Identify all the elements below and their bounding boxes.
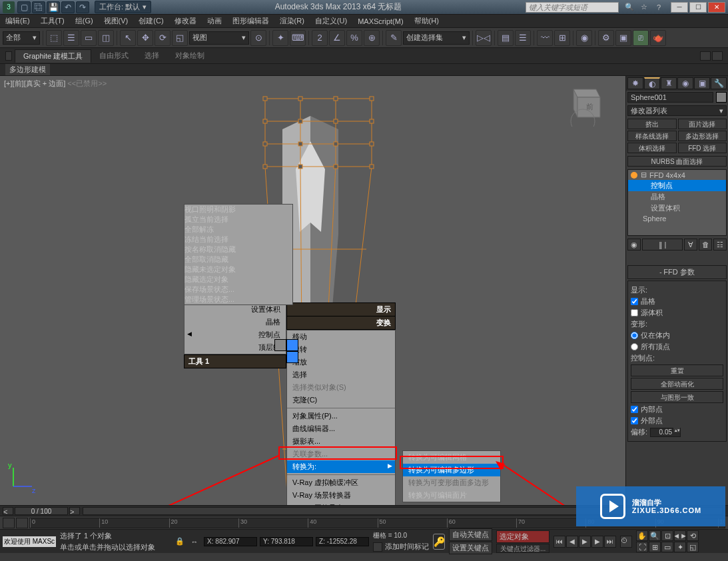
ribbon-toggle[interactable] bbox=[5, 51, 12, 61]
timeslider-right-button[interactable]: > bbox=[69, 507, 80, 515]
modifier-list-dropdown[interactable]: 修改器列表▾ bbox=[627, 105, 727, 116]
maximize-button[interactable]: ☐ bbox=[689, 2, 707, 13]
ribbon-tab-paint[interactable]: 对象绘制 bbox=[167, 49, 212, 62]
goto-end-icon[interactable]: ⏭ bbox=[604, 536, 616, 548]
help-search-input[interactable] bbox=[526, 2, 619, 13]
modbtn-polysel[interactable]: 多边形选择 bbox=[678, 131, 727, 141]
quad-item-unhideall[interactable]: 全部取消隐藏 bbox=[184, 255, 292, 265]
track-ruler[interactable]: 0 10 20 30 40 50 60 70 80 90 100 bbox=[29, 518, 725, 528]
render-frame-icon[interactable]: ▣ bbox=[615, 30, 631, 46]
add-time-marker[interactable]: 添加时间标记 bbox=[385, 542, 429, 552]
panel-utility-icon[interactable]: 🔧 bbox=[711, 77, 727, 89]
quad-quadrant-tl[interactable] bbox=[274, 339, 286, 351]
ref-coord-dropdown[interactable]: 视图▾ bbox=[189, 31, 249, 45]
quad-item-mgrstate[interactable]: 管理场景状态... bbox=[184, 294, 292, 304]
menu-animation[interactable]: 动画 bbox=[202, 15, 227, 27]
snap-2d-icon[interactable]: 2 bbox=[312, 30, 328, 46]
time-slider[interactable]: 0 / 100 bbox=[15, 507, 68, 515]
ribbon-panel-polymodel[interactable]: 多边形建模 bbox=[5, 64, 50, 75]
undo-icon[interactable]: ↶ bbox=[61, 1, 75, 13]
menu-group[interactable]: 组(G) bbox=[70, 15, 99, 27]
menu-grapheditors[interactable]: 图形编辑器 bbox=[227, 15, 274, 27]
modbtn-ffdsel[interactable]: FFD 选择 bbox=[678, 143, 727, 153]
stack-ffd-lattice[interactable]: 晶格 bbox=[628, 191, 726, 203]
abs-rel-icon[interactable]: ↔ bbox=[189, 536, 200, 547]
coord-z-field[interactable]: Z: -12552.28 bbox=[316, 537, 369, 546]
modifier-stack[interactable]: ⊟FFD 4x4x4 控制点 晶格 设置体积 Sphere bbox=[627, 169, 727, 236]
set-key-button[interactable]: 🔑 bbox=[433, 534, 445, 550]
minimize-button[interactable]: ─ bbox=[671, 2, 688, 13]
render-prod-icon[interactable]: ⎚ bbox=[633, 30, 649, 46]
ribbon-tab-selection[interactable]: 选择 bbox=[137, 49, 167, 62]
comm-icon[interactable]: ☆ bbox=[637, 1, 651, 13]
quad-item-isolate[interactable]: 孤立当前选择 bbox=[184, 215, 292, 225]
open-icon[interactable]: ⿻ bbox=[32, 1, 45, 13]
render-setup-icon[interactable]: ⚙ bbox=[598, 30, 614, 46]
coord-y-field[interactable]: Y: 793.818 bbox=[260, 537, 313, 546]
stack-baseobj[interactable]: Sphere bbox=[628, 214, 726, 223]
timemark-icon[interactable] bbox=[373, 542, 382, 552]
stack-pin-icon[interactable]: ◉ bbox=[627, 239, 641, 251]
timeslider-left-button[interactable]: < bbox=[3, 507, 13, 515]
nav-fov-icon[interactable]: ◄► bbox=[674, 530, 686, 541]
quad-item-select[interactable]: 选择 bbox=[287, 368, 395, 381]
next-frame-icon[interactable]: ▶ bbox=[591, 536, 603, 548]
modbtn-facesel[interactable]: 面片选择 bbox=[678, 119, 727, 129]
window-crossing-icon[interactable]: ◫ bbox=[98, 30, 114, 46]
new-icon[interactable]: ▢ bbox=[17, 1, 31, 13]
key-filters-button[interactable]: 关键点过滤器... bbox=[496, 544, 549, 553]
curve-editor-icon[interactable]: 〰 bbox=[537, 30, 553, 46]
ribbon-opt-icon[interactable] bbox=[712, 51, 723, 61]
render-icon[interactable]: 🫖 bbox=[650, 30, 666, 46]
stack-ffd-ctrlpts[interactable]: 控制点 bbox=[628, 180, 726, 191]
object-name-field[interactable]: Sphere001 bbox=[627, 92, 713, 103]
ffd-rad-inonly[interactable]: 仅在体内 bbox=[631, 330, 723, 340]
quad-item-convert[interactable]: 转换为: bbox=[287, 460, 395, 473]
stack-unique-icon[interactable]: ∀ bbox=[684, 239, 697, 251]
quad-item-unhidename[interactable]: 按名称取消隐藏 bbox=[184, 245, 292, 255]
ffd-chk-lattice[interactable]: 晶格 bbox=[631, 296, 723, 306]
viewport[interactable]: [+][前][真实 + 边面] <<已禁用>> 前 bbox=[0, 76, 625, 505]
named-selection-dropdown[interactable]: 创建选择集▾ bbox=[403, 31, 470, 45]
select-rect-icon[interactable]: ▭ bbox=[81, 30, 97, 46]
ffd-chk-outpts[interactable]: 外部点 bbox=[631, 416, 723, 426]
ribbon-min-icon[interactable] bbox=[700, 51, 711, 61]
coord-x-field[interactable]: X: 882.907 bbox=[204, 537, 257, 546]
menu-help[interactable]: 帮助(H) bbox=[409, 15, 444, 27]
ffd-offset-spinner[interactable]: 0.05 bbox=[650, 428, 681, 437]
infocenter-icon[interactable]: 🔍 bbox=[623, 1, 636, 13]
quad-item-hidesel[interactable]: 隐藏选定对象 bbox=[184, 275, 292, 284]
material-editor-icon[interactable]: ◉ bbox=[576, 30, 592, 46]
quad-item-lattice[interactable]: 晶格 bbox=[184, 316, 286, 328]
nav-zoomall-icon[interactable]: ⊡ bbox=[661, 530, 673, 541]
ffd-chk-inpts[interactable]: 内部点 bbox=[631, 404, 723, 414]
quad-item-move[interactable]: 移动 bbox=[287, 330, 395, 343]
convert-editpoly[interactable]: 转换为可编辑多边形 bbox=[403, 464, 500, 476]
selection-filter-dropdown[interactable]: 全部▾ bbox=[3, 31, 40, 45]
select-name-icon[interactable]: ☰ bbox=[63, 30, 79, 46]
nav-zoomextall-icon[interactable]: ⊞ bbox=[649, 542, 661, 552]
quad-item-hideunsel[interactable]: 隐藏未选定对象 bbox=[184, 265, 292, 275]
menu-modifiers[interactable]: 修改器 bbox=[169, 15, 202, 27]
convert-editmesh[interactable]: 转换为可编辑网格 bbox=[403, 451, 500, 464]
redo-icon[interactable]: ↷ bbox=[76, 1, 89, 13]
close-button[interactable]: ✕ bbox=[708, 2, 725, 13]
workspace-dropdown[interactable]: 工作台: 默认▾ bbox=[95, 1, 151, 13]
quad-item-rotate[interactable]: 旋转 bbox=[287, 343, 395, 356]
quad-item-vplight[interactable]: 视口照明和阴影 bbox=[184, 205, 292, 215]
trackbar-toggle-icon[interactable] bbox=[3, 518, 15, 528]
keyboard-shortcut-icon[interactable]: ⌨ bbox=[290, 30, 306, 46]
goto-start-icon[interactable]: ⏮ bbox=[553, 536, 565, 548]
select-object-icon[interactable]: ↖ bbox=[120, 30, 136, 46]
snap-spinner-icon[interactable]: ⊕ bbox=[364, 30, 380, 46]
modbtn-volsel[interactable]: 体积选择 bbox=[627, 143, 677, 153]
snap-angle-icon[interactable]: ∠ bbox=[329, 30, 345, 46]
named-sel-edit-icon[interactable]: ✎ bbox=[386, 30, 402, 46]
object-color-swatch[interactable] bbox=[716, 92, 727, 103]
stack-show-end-icon[interactable]: ‖ | bbox=[642, 239, 683, 251]
layers-icon[interactable]: ☰ bbox=[515, 30, 531, 46]
menu-views[interactable]: 视图(V) bbox=[99, 15, 134, 27]
nav-pan-icon[interactable]: ✋ bbox=[636, 530, 648, 541]
ffd-rad-allverts[interactable]: 所有顶点 bbox=[631, 342, 723, 352]
quad-item-scale[interactable]: 缩放 bbox=[287, 356, 395, 368]
